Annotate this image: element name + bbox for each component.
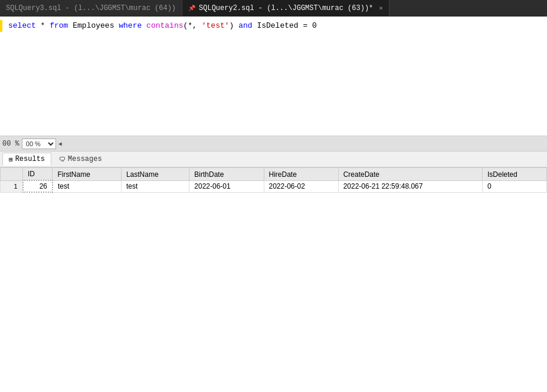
cell-lastname: test — [121, 180, 189, 192]
tab-sqlquery3-label: SQLQuery3.sql - (l...\JGGMST\murac (64)) — [6, 4, 176, 12]
col-header-isdeleted: IsDeleted — [482, 168, 546, 181]
cell-firstname: test — [53, 180, 121, 192]
messages-tab-label: Messages — [68, 155, 102, 163]
table-name: Employees — [68, 20, 119, 32]
tab-results[interactable]: ⊞ Results — [2, 153, 51, 166]
results-area: ID FirstName LastName BirthDate HireDate… — [0, 167, 547, 279]
tab-bar: SQLQuery3.sql - (l...\JGGMST\murac (64))… — [0, 0, 547, 17]
empty-results-space — [0, 280, 547, 392]
table-header-row: ID FirstName LastName BirthDate HireDate… — [1, 168, 547, 181]
cell-isdeleted: 0 — [482, 180, 546, 192]
cell-hiredate: 2022-06-02 — [264, 180, 338, 192]
col-header-lastname: LastName — [121, 168, 189, 181]
cell-createdate: 2022-06-21 22:59:48.067 — [338, 180, 482, 192]
zoom-dropdown[interactable]: 00 % 50 % 75 % 100 % 125 % 150 % 200 % — [22, 139, 56, 149]
tab-sqlquery2-label: SQLQuery2.sql - (l...\JGGMST\murac (63))… — [199, 4, 373, 12]
fn-args: (*, — [184, 20, 202, 32]
star-operator: * — [36, 20, 50, 32]
col-header-hiredate: HireDate — [264, 168, 338, 181]
col-header-id: ID — [23, 168, 53, 181]
col-header-birthdate: BirthDate — [189, 168, 264, 181]
col-header-firstname: FirstName — [53, 168, 121, 181]
scroll-left-arrow[interactable]: ◀ — [57, 140, 63, 147]
string-literal: 'test' — [202, 20, 230, 32]
column-isdeleted: IsDeleted — [257, 20, 298, 32]
tab-sqlquery3[interactable]: SQLQuery3.sql - (l...\JGGMST\murac (64)) — [0, 0, 182, 16]
value-zero: 0 — [312, 20, 317, 32]
tab-pin-icon: 📌 — [188, 5, 195, 12]
function-contains: contains — [146, 20, 183, 32]
keyword-and: and — [234, 20, 257, 32]
tab-messages[interactable]: 🗨 Messages — [53, 153, 109, 166]
results-tab-label: Results — [15, 155, 45, 163]
col-header-createdate: CreateDate — [338, 168, 482, 181]
results-grid-icon: ⊞ — [9, 156, 13, 163]
zoom-bar: 00 % 00 % 50 % 75 % 100 % 125 % 150 % 20… — [0, 136, 547, 151]
keyword-select: select — [8, 20, 36, 32]
equals-op: = — [299, 20, 312, 32]
zoom-value-label: 00 % — [2, 140, 19, 148]
cell-id: 26 — [23, 180, 53, 192]
tab-sqlquery2[interactable]: 📌 SQLQuery2.sql - (l...\JGGMST\murac (63… — [182, 0, 389, 16]
keyword-where: where — [119, 20, 142, 32]
tab-close-button[interactable]: ✕ — [379, 4, 383, 12]
code-line-1: select * from Employees where contains (… — [0, 20, 547, 32]
cell-birthdate: 2022-06-01 — [189, 180, 264, 192]
col-header-rownum — [1, 168, 23, 181]
messages-icon: 🗨 — [59, 156, 65, 163]
space-before-fn — [142, 20, 146, 32]
result-tab-bar: ⊞ Results 🗨 Messages — [0, 151, 547, 167]
fn-close: ) — [230, 20, 234, 32]
row-number-1: 1 — [1, 180, 23, 192]
results-table: ID FirstName LastName BirthDate HireDate… — [0, 167, 547, 193]
execution-indicator — [0, 20, 2, 32]
keyword-from: from — [50, 20, 68, 32]
editor-area[interactable]: select * from Employees where contains (… — [0, 17, 547, 136]
table-row: 1 26 test test 2022-06-01 2022-06-02 202… — [1, 180, 547, 192]
